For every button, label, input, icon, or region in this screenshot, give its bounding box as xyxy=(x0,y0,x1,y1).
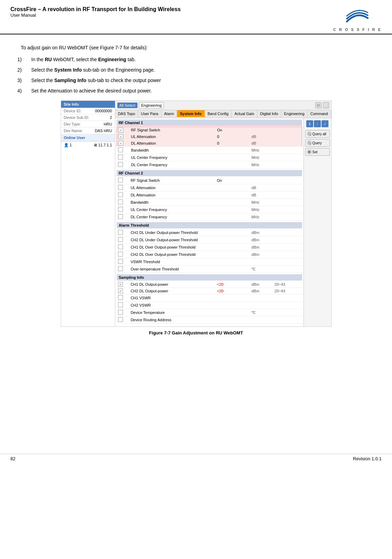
row-range xyxy=(273,184,302,192)
checkbox[interactable] xyxy=(118,295,123,300)
page-content: To adjust gain on RU WebOMT (see Figure … xyxy=(0,34,392,349)
checkbox[interactable] xyxy=(118,178,123,183)
upload-icon[interactable]: ↑ xyxy=(314,120,321,127)
checkbox[interactable] xyxy=(118,214,123,219)
checkbox[interactable] xyxy=(118,230,123,235)
row-range xyxy=(273,127,302,133)
all-select-button[interactable]: All Select xyxy=(117,103,137,108)
tab-user-para[interactable]: User Para xyxy=(138,110,161,118)
page-header: CrossFire – A revolution in RF Transport… xyxy=(0,0,392,34)
row-label: CH1 DL Output-power xyxy=(129,281,216,288)
info-icon[interactable]: ℹ xyxy=(306,120,313,127)
row-unit: dB xyxy=(250,133,273,140)
row-value xyxy=(216,229,250,236)
tab-engineering[interactable]: Engineering xyxy=(281,110,308,118)
checkbox[interactable] xyxy=(118,310,123,315)
row-value xyxy=(216,154,250,161)
query-button[interactable]: 🔍 Query xyxy=(305,139,330,147)
row-label: DL Attenuation xyxy=(129,192,216,199)
checkbox[interactable] xyxy=(118,317,123,322)
row-value: 0 xyxy=(216,133,250,140)
checkbox[interactable]: ✓ xyxy=(118,134,123,139)
row-label: Bandwidth xyxy=(129,199,216,206)
table-row: UL Center Frequency MHz xyxy=(117,206,302,213)
set-button[interactable]: ⚙ Set xyxy=(305,148,330,156)
dev-name-value: DAS HRU xyxy=(95,129,112,133)
row-range xyxy=(273,309,302,316)
expand-icon[interactable]: ⬜ xyxy=(323,102,329,108)
row-value xyxy=(216,199,250,206)
tab-alarm[interactable]: Alarm xyxy=(161,110,177,118)
row-range xyxy=(273,199,302,206)
row-unit xyxy=(250,127,273,133)
webui-tabs: DAS Topo User Para Alarm System Info Ban… xyxy=(115,110,331,118)
alarm-threshold-header: Alarm Threshold xyxy=(117,222,302,228)
row-value: <20 xyxy=(216,281,250,288)
tab-digital-info[interactable]: Digital Info xyxy=(257,110,281,118)
checkbox[interactable]: ✓ xyxy=(118,289,123,293)
checkbox[interactable] xyxy=(118,162,123,167)
checkbox[interactable]: ✓ xyxy=(118,128,123,132)
table-row: ✓ DL Attenuation 0 dB xyxy=(117,140,302,147)
user-icon: 👤 1 xyxy=(64,143,72,147)
row-range xyxy=(273,236,302,244)
step-2-num: 2) xyxy=(17,67,31,73)
engineering-button[interactable]: Engineering xyxy=(139,102,164,108)
row-label: CH1 DL Under Output-power Threshold xyxy=(129,229,216,236)
table-row: ✓ UL Attenuation 0 dB xyxy=(117,133,302,140)
step-4-text: Set the Attenuation to achieve the desir… xyxy=(31,88,152,94)
checkbox[interactable] xyxy=(118,200,123,204)
checkbox[interactable]: ✓ xyxy=(118,141,123,146)
table-row: UL Center Frequency MHz xyxy=(117,154,302,161)
row-value xyxy=(216,147,250,154)
tab-actual-gain[interactable]: Actual Gain xyxy=(232,110,257,118)
row-unit: MHz xyxy=(250,199,273,206)
checkbox[interactable] xyxy=(118,185,123,190)
webui-topbar: All Select Engineering ⬡ ⬜ xyxy=(115,101,331,110)
row-range xyxy=(273,244,302,251)
check-icon[interactable]: ✓ xyxy=(322,120,328,127)
step-2: 2) Select the System Info sub-tab on the… xyxy=(17,67,375,73)
row-value: <20 xyxy=(216,288,250,294)
row-range xyxy=(273,206,302,213)
row-label: Device Temperature xyxy=(129,309,216,316)
table-row: CH2 DL Under Output-power Threshold dBm xyxy=(117,236,302,244)
row-label: CH2 DL Over Output-power Threshold xyxy=(129,251,216,258)
row-value xyxy=(216,213,250,221)
checkbox[interactable] xyxy=(118,237,123,242)
row-unit xyxy=(250,302,273,309)
row-unit xyxy=(250,258,273,266)
topbar-icons: ⬡ ⬜ xyxy=(315,102,329,108)
row-range xyxy=(273,258,302,266)
checkbox[interactable] xyxy=(118,259,123,264)
table-row: Bandwidth MHz xyxy=(117,147,302,154)
steps-list: 1) In the RU WebOMT, select the Engineer… xyxy=(17,57,375,94)
tab-das-topo[interactable]: DAS Topo xyxy=(115,110,138,118)
query-all-button[interactable]: 🔍 Query all xyxy=(305,130,330,138)
logo-area: C R O S S F I R E xyxy=(333,8,382,32)
checkbox[interactable] xyxy=(118,244,123,249)
tab-system-info[interactable]: System Info xyxy=(177,110,205,118)
checkbox[interactable]: ✓ xyxy=(118,282,123,287)
checkbox[interactable] xyxy=(118,147,123,152)
checkbox[interactable] xyxy=(118,155,123,160)
alarm-threshold-table: CH1 DL Under Output-power Threshold dBm … xyxy=(117,229,302,273)
row-unit: MHz xyxy=(250,206,273,213)
row-value xyxy=(216,236,250,244)
checkbox[interactable] xyxy=(118,302,123,307)
table-row: Over-temperature Threshold ℃ xyxy=(117,266,302,273)
checkbox[interactable] xyxy=(118,252,123,257)
row-value xyxy=(216,244,250,251)
checkbox[interactable] xyxy=(118,192,123,197)
tab-band-config[interactable]: Band Config xyxy=(205,110,232,118)
row-range xyxy=(273,229,302,236)
row-label: UL Center Frequency xyxy=(129,206,216,213)
tab-command[interactable]: Command xyxy=(308,110,331,118)
checkbox[interactable] xyxy=(118,207,123,212)
row-unit xyxy=(250,316,273,324)
checkbox[interactable] xyxy=(118,266,123,271)
row-label: Over-temperature Threshold xyxy=(129,266,216,273)
share-icon[interactable]: ⬡ xyxy=(315,102,322,108)
row-label: CH2 VSWR xyxy=(129,302,216,309)
table-row: Device Temperature ℃ xyxy=(117,309,302,316)
